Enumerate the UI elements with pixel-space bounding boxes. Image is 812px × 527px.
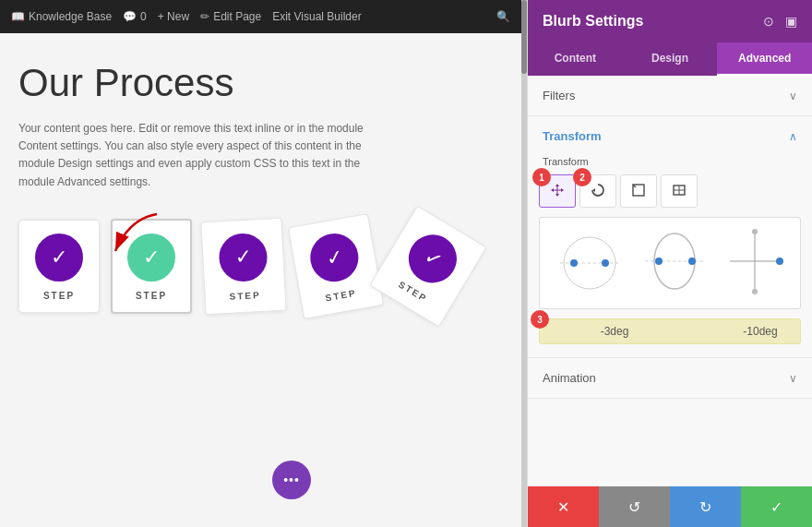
transform-preview bbox=[539, 217, 801, 309]
comments-count: 0 bbox=[140, 10, 147, 23]
scroll-thumb[interactable] bbox=[521, 0, 527, 74]
scale-icon bbox=[630, 182, 647, 201]
transform-header[interactable]: Transform ∧ bbox=[528, 116, 812, 156]
tab-advanced[interactable]: Advanced bbox=[717, 42, 812, 76]
move-icon bbox=[549, 182, 566, 201]
preview-shape-3 bbox=[725, 227, 785, 300]
cancel-icon: ✕ bbox=[557, 498, 569, 516]
save-button[interactable]: ✓ bbox=[741, 486, 812, 527]
step-label-4: STEP bbox=[325, 287, 358, 303]
panel-body: Filters ∨ Transform ∧ Transform 1 bbox=[528, 76, 812, 486]
inputs-badge: 3 bbox=[531, 310, 549, 329]
layout-icon[interactable]: ▣ bbox=[785, 14, 797, 29]
filters-section: Filters ∨ bbox=[528, 76, 812, 116]
page-body-text: Your content goes here. Edit or remove t… bbox=[18, 120, 369, 191]
svg-point-10 bbox=[602, 259, 609, 267]
transform-tools: 1 2 bbox=[539, 174, 801, 208]
exit-builder-button[interactable]: Exit Visual Builder bbox=[272, 10, 362, 23]
panel-bottom-bar: ✕ ↺ ↻ ✓ bbox=[528, 486, 812, 527]
svg-point-13 bbox=[655, 258, 663, 265]
scrollbar[interactable] bbox=[521, 0, 527, 527]
transform-title: Transform bbox=[543, 129, 602, 143]
tab-design[interactable]: Design bbox=[623, 42, 718, 76]
step-circle-4: ✓ bbox=[306, 230, 362, 285]
animation-chevron: ∨ bbox=[789, 372, 797, 385]
edit-page-button[interactable]: ✏ Edit Page bbox=[200, 10, 261, 23]
comments-button[interactable]: 💬 0 bbox=[123, 10, 147, 23]
redo-icon: ↻ bbox=[699, 498, 711, 516]
step-label-1: STEP bbox=[43, 291, 75, 301]
svg-point-17 bbox=[776, 258, 783, 265]
search-button[interactable]: 🔍 bbox=[496, 10, 510, 23]
svg-point-9 bbox=[570, 259, 578, 267]
animation-section: Animation ∨ bbox=[528, 358, 812, 399]
red-arrow bbox=[102, 210, 166, 264]
skew-tool-button[interactable] bbox=[661, 174, 698, 208]
book-icon: 📖 bbox=[11, 10, 25, 23]
svg-point-18 bbox=[752, 229, 758, 234]
rotate-icon bbox=[590, 182, 606, 201]
step-circle-1: ✓ bbox=[35, 234, 83, 281]
degree-inputs-row: 3 bbox=[539, 318, 801, 344]
skew-icon bbox=[671, 182, 687, 201]
knowledge-base-label: Knowledge Base bbox=[29, 10, 112, 23]
knowledge-base-link[interactable]: 📖 Knowledge Base bbox=[11, 10, 112, 23]
panel-tabs: Content Design Advanced bbox=[528, 42, 812, 76]
comment-icon: 💬 bbox=[123, 10, 137, 23]
edit-icon: ✏ bbox=[200, 10, 209, 23]
transform-sub-label: Transform bbox=[539, 156, 801, 167]
preview-shape-1 bbox=[555, 229, 625, 298]
deg-input-1[interactable] bbox=[543, 323, 686, 340]
step-card-1: ✓ STEP bbox=[18, 220, 100, 313]
step-card-3: ✓ STEP bbox=[200, 218, 286, 315]
edit-page-label: Edit Page bbox=[213, 10, 261, 23]
rotate-tool-badge: 2 bbox=[573, 168, 591, 186]
step-label-5: STEP bbox=[397, 279, 429, 304]
transform-chevron: ∧ bbox=[789, 130, 797, 143]
animation-title: Animation bbox=[543, 371, 596, 385]
new-button[interactable]: + New bbox=[158, 10, 189, 23]
left-panel: 📖 Knowledge Base 💬 0 + New ✏ Edit Page E… bbox=[0, 0, 521, 527]
exit-builder-label: Exit Visual Builder bbox=[272, 10, 362, 23]
panel-header: Blurb Settings ⊙ ▣ bbox=[528, 0, 812, 42]
animation-header[interactable]: Animation ∨ bbox=[528, 358, 812, 398]
step-circle-5: ✓ bbox=[400, 225, 465, 291]
panel-header-icons: ⊙ ▣ bbox=[763, 14, 797, 29]
steps-container: ✓ STEP ✓ STEP ✓ STEP ✓ STEP ✓ STEP bbox=[18, 219, 494, 314]
filters-title: Filters bbox=[543, 89, 575, 102]
svg-point-14 bbox=[688, 258, 696, 265]
settings-icon[interactable]: ⊙ bbox=[763, 14, 774, 29]
page-title: Our Process bbox=[18, 61, 494, 105]
panel-title: Blurb Settings bbox=[543, 13, 643, 30]
filters-chevron: ∨ bbox=[789, 90, 797, 102]
new-label: + New bbox=[158, 10, 189, 23]
move-tool-badge: 1 bbox=[532, 168, 551, 186]
undo-button[interactable]: ↺ bbox=[599, 486, 670, 527]
svg-point-19 bbox=[752, 289, 758, 294]
tab-content[interactable]: Content bbox=[528, 42, 623, 76]
step-label-3: STEP bbox=[229, 290, 261, 302]
transform-content: Transform 1 2 bbox=[528, 156, 812, 357]
step-card-5: ✓ STEP bbox=[369, 205, 486, 327]
step-card-4: ✓ STEP bbox=[288, 213, 384, 319]
redo-button[interactable]: ↻ bbox=[670, 486, 741, 527]
rotate-tool-button[interactable]: 2 bbox=[579, 174, 616, 208]
scale-tool-button[interactable] bbox=[620, 174, 657, 208]
page-content: Our Process Your content goes here. Edit… bbox=[0, 33, 521, 527]
cancel-button[interactable]: ✕ bbox=[528, 486, 599, 527]
preview-shape-2 bbox=[640, 227, 710, 300]
transform-section: Transform ∧ Transform 1 bbox=[528, 116, 812, 358]
step-label-2: STEP bbox=[136, 291, 167, 301]
step-circle-3: ✓ bbox=[218, 232, 269, 282]
save-icon: ✓ bbox=[770, 498, 782, 516]
undo-icon: ↺ bbox=[628, 498, 640, 516]
toolbar: 📖 Knowledge Base 💬 0 + New ✏ Edit Page E… bbox=[0, 0, 521, 33]
deg-input-2[interactable] bbox=[689, 323, 812, 340]
filters-header[interactable]: Filters ∨ bbox=[528, 76, 812, 115]
right-panel: Blurb Settings ⊙ ▣ Content Design Advanc… bbox=[527, 0, 812, 527]
move-tool-button[interactable]: 1 bbox=[539, 174, 576, 208]
dots-icon: ••• bbox=[283, 473, 300, 487]
three-dots-button[interactable]: ••• bbox=[272, 461, 311, 499]
